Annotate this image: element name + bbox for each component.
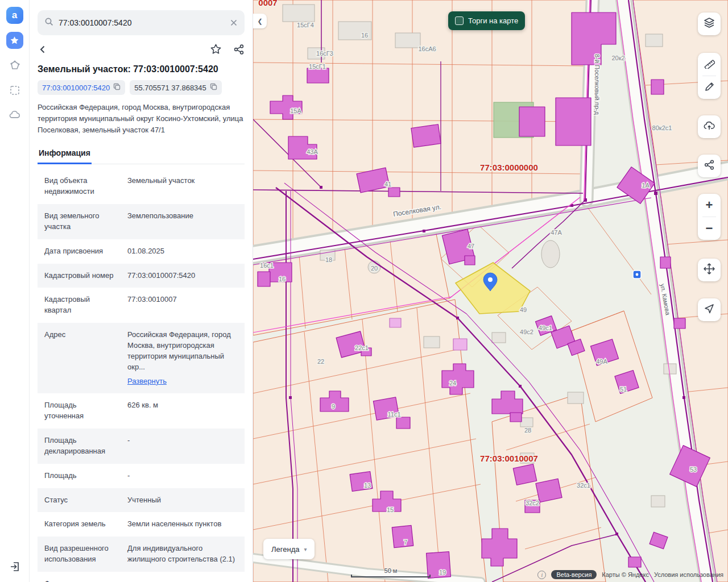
beta-badge: Beta-версия [551,570,597,579]
row-label: Дата присвоения [44,246,117,257]
zoom-group: + − [698,194,721,240]
row-label: Площадь уточненная [44,400,117,422]
scale-line [351,575,431,577]
search-input[interactable] [59,18,225,27]
map-attribution: i Beta-версия Карты © Яндекс Условия исп… [537,570,723,579]
table-row: Форма [38,572,245,582]
scale-bar: 50 м [351,567,431,577]
table-row: Площадь уточненная626 кв. м [38,393,245,429]
chips-row: 77:03:0010007:5420 55.705571 37.868345 [38,80,245,95]
copy-icon[interactable] [113,83,121,92]
app-logo[interactable]: a [6,7,23,24]
auction-toggle[interactable]: Торги на карте [448,11,525,30]
cloud-upload-icon [703,119,715,134]
sign-in-button[interactable] [6,558,23,575]
layers-icon [703,16,715,31]
coordinates-value: 55.705571 37.868345 [134,84,206,92]
terms-link[interactable]: Условия использования [654,571,723,578]
navigation-arrow-icon [704,303,715,317]
parcel-label: 13 [364,482,371,489]
parcel-label: 32с2 [526,500,539,506]
transit-stop-icon[interactable] [633,271,641,278]
expand-address-link[interactable]: Развернуть [127,376,167,387]
parcel-label: 15сГ1 [309,63,326,70]
details-panel: Земельный участок: 77:03:0010007:5420 77… [30,0,253,582]
chevron-left-icon: ❮ [257,18,262,25]
row-label: Кадастровый номер [44,271,117,281]
quarter-label: 0007 [258,0,277,7]
legend-button[interactable]: Легенда ▾ [263,539,315,559]
table-row: Дата присвоения01.08.2025 [38,239,245,264]
row-value: Земельный участок [127,176,238,197]
cadastral-number-chip[interactable]: 77:03:0010007:5420 [38,80,125,95]
map-copyright[interactable]: Карты © Яндекс [602,571,649,578]
table-row: Кадастровый квартал77:03:0010007 [38,288,245,323]
draw-button[interactable] [698,76,721,99]
row-label: Категория земель [44,519,117,530]
map-share-button[interactable] [698,155,721,177]
parcel-label: 49А [596,358,607,365]
app-window: a Земельный у [0,0,728,582]
map-area: 15сГ4 16 16сГ3 15сГ1 16сА6 15А 43А 41 18… [253,0,728,582]
area-select-button[interactable] [6,82,23,99]
collapse-panel-button[interactable]: ❮ [253,14,267,28]
row-label: Вид земельного участка [44,211,117,232]
plus-icon: + [706,199,713,211]
app-logo-letter: a [12,10,17,21]
object-address: Российская Федерация, город Москва, внут… [38,102,245,136]
cloud-button[interactable] [6,107,23,124]
checkbox-icon[interactable] [455,16,464,25]
row-value: Учтенный [127,495,238,506]
favorite-star-button[interactable] [210,43,222,55]
parcel-label: 80к2с1 [652,124,672,131]
row-value: 01.08.2025 [127,246,238,257]
table-row: Площадь- [38,464,245,488]
tab-information[interactable]: Информация [38,144,92,164]
pencil-icon [704,81,715,94]
row-label: Площадь [44,471,117,481]
parcel-label: 41 [384,181,391,188]
cadastral-number-link[interactable]: 77:03:0010007:5420 [42,84,110,92]
street-label: 8-й Поселковый пр-д [594,54,601,115]
parcel-label: 47А [551,229,562,236]
clear-search-icon[interactable] [230,19,238,27]
favorites-button[interactable] [6,32,23,49]
copy-icon[interactable] [210,83,217,92]
zoom-out-button[interactable]: − [698,217,721,240]
table-row: Адрес Российская Федерация, город Москва… [38,323,245,393]
scale-label: 50 м [351,567,431,574]
minus-icon: − [706,222,713,235]
parcel-label: 49с2 [520,329,533,335]
parcel-label: 16сА6 [418,45,436,52]
row-value: - [127,471,238,481]
share-button[interactable] [233,43,245,55]
parcel-label: 51 [620,386,627,393]
row-label: Адрес [44,330,117,386]
table-row: Категория земельЗемли населенных пунктов [38,512,245,537]
back-button[interactable] [38,44,48,55]
dashed-square-icon [9,85,20,96]
chevron-down-icon: ▾ [304,546,307,552]
polygon-select-button[interactable] [6,57,23,74]
table-row: Вид объекта недвижимостиЗемельный участо… [38,169,245,204]
search-bar[interactable] [38,10,245,35]
auction-toggle-label: Торги на карте [468,16,518,25]
map-controls: + − [698,13,721,321]
map-canvas[interactable]: 15сГ4 16 16сГ3 15сГ1 16сА6 15А 43А 41 18… [253,0,728,582]
ruler-button[interactable] [698,53,721,76]
row-value [127,579,238,582]
parcel-label: 49 [520,306,527,313]
parcel-label: 16 [279,276,286,282]
layers-button[interactable] [698,13,721,35]
parcel-label: 32с1 [577,482,590,489]
pan-mode-button[interactable] [698,259,721,281]
selected-parcel[interactable] [456,263,530,314]
parcel-label: 43А [307,148,318,155]
upload-button[interactable] [698,115,721,138]
locate-me-button[interactable] [698,298,721,321]
row-label: Статус [44,495,117,506]
zoom-in-button[interactable]: + [698,194,721,217]
row-value: - [127,435,238,457]
info-icon[interactable]: i [537,571,546,579]
coordinates-chip[interactable]: 55.705571 37.868345 [130,80,222,95]
